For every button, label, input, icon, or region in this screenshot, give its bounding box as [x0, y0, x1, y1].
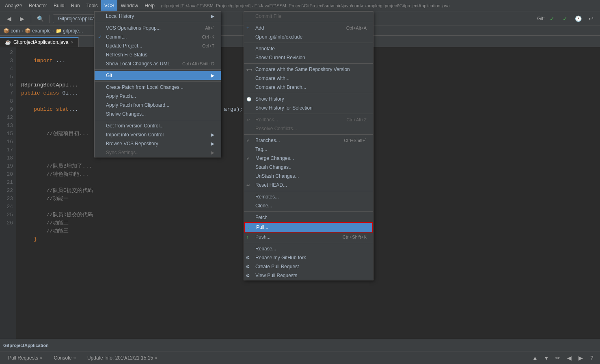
menu-item-shelve-changes[interactable]: Shelve Changes... — [95, 110, 221, 118]
menu-item-browse-vcs[interactable]: Browse VCS Repository ▶ — [95, 139, 221, 148]
nav-edit[interactable]: ✏ — [553, 353, 563, 363]
toolbar-search[interactable]: 🔍 — [35, 13, 46, 24]
git-item-resolve-conflicts[interactable]: Resolve Conflicts... — [244, 124, 373, 133]
menu-tools[interactable]: Tools — [83, 0, 101, 11]
git-item-unstash-changes[interactable]: UnStash Changes... — [244, 172, 373, 181]
git-item-compare-same-repo[interactable]: ⟺ Compare with the Same Repository Versi… — [244, 65, 373, 74]
git-item-rebase[interactable]: Rebase... — [244, 244, 373, 253]
git-sep7 — [244, 191, 373, 191]
bottom-tab-pull-requests[interactable]: Pull Requests × — [3, 353, 47, 362]
push-shortcut: Ctrl+Shift+K — [343, 235, 367, 239]
git-item-annotate[interactable]: Annotate — [244, 44, 373, 53]
toolbar-back[interactable]: ◀ — [3, 13, 15, 24]
menu-item-git[interactable]: Git ▶ — [95, 71, 221, 80]
git-item-push[interactable]: ↑ Push... Ctrl+Shift+K — [244, 233, 373, 241]
git-item-compare-with[interactable]: Compare with... — [244, 74, 373, 83]
breadcrumb-gitproj[interactable]: 📁 gitproje... — [56, 28, 83, 34]
menu-item-apply-patch[interactable]: Apply Patch... — [95, 92, 221, 101]
breadcrumb-example[interactable]: 📦 example — [25, 28, 51, 34]
nav-down[interactable]: ▼ — [542, 353, 551, 363]
vcs-sep3 — [95, 81, 221, 82]
stash-changes-label: Stash Changes... — [255, 164, 293, 170]
git-item-clone[interactable]: Clone... — [244, 201, 373, 210]
menu-analyze[interactable]: Analyze — [2, 0, 26, 11]
git-item-rollback[interactable]: ↩ Rollback... Ctrl+Alt+Z — [244, 115, 373, 124]
git-item-stash-changes[interactable]: Stash Changes... — [244, 163, 373, 172]
show-history-label: Show History — [255, 96, 284, 102]
menu-build[interactable]: Build — [50, 0, 68, 11]
sync-settings-arrow: ▶ — [211, 150, 214, 155]
git-item-add[interactable]: + Add Ctrl+Alt+A — [244, 24, 373, 32]
local-history-label: Local History — [106, 13, 134, 19]
nav-back[interactable]: ◀ — [564, 353, 574, 363]
menu-item-create-patch[interactable]: Create Patch from Local Changes... — [95, 83, 221, 92]
menu-item-apply-patch-clipboard[interactable]: Apply Patch from Clipboard... — [95, 101, 221, 110]
menu-run[interactable]: Run — [68, 0, 83, 11]
menu-window[interactable]: Window — [117, 0, 141, 11]
git-item-rebase-github-fork[interactable]: ⚙ Rebase my GitHub fork — [244, 253, 373, 262]
git-item-tag[interactable]: Tag... — [244, 145, 373, 154]
git-item-commit-file[interactable]: Commit File — [244, 12, 373, 21]
git-undo[interactable]: ↩ — [585, 13, 597, 24]
branches-label: Branches... — [255, 138, 280, 143]
compare-with-branch-label: Compare with Branch... — [255, 84, 306, 90]
nav-up[interactable]: ▲ — [530, 353, 540, 363]
pull-requests-label: Pull Requests — [8, 355, 38, 361]
tab-close[interactable]: × — [71, 40, 73, 45]
branches-shortcut: Ctrl+Shift+` — [344, 138, 367, 143]
git-item-pull[interactable]: ↓ Pull... — [244, 222, 373, 233]
git-push[interactable]: ✓ — [559, 13, 571, 24]
git-label: Git: — [537, 16, 545, 22]
git-item-open-exclude[interactable]: Open .git/info/exclude — [244, 32, 373, 41]
git-sep2 — [244, 43, 373, 43]
show-local-changes-label: Show Local Changes as UML — [106, 61, 170, 67]
menu-refactor[interactable]: Refactor — [26, 0, 50, 11]
tab-gitproject[interactable]: ☕ GitprojectApplication.java × — [0, 37, 79, 47]
update-info-label: Update Info: 2019/12/21 15:15 — [87, 355, 153, 361]
breadcrumb-com[interactable]: 📦 com — [3, 28, 20, 34]
apply-patch-label: Apply Patch... — [106, 93, 136, 99]
menu-item-update-project[interactable]: Update Project... Ctrl+T — [95, 41, 221, 50]
menu-item-import-into-vcs[interactable]: Import into Version Control ▶ — [95, 130, 221, 139]
menu-item-local-history[interactable]: Local History ▶ — [95, 12, 221, 21]
git-sep3 — [244, 63, 373, 64]
bottom-tab-update-info[interactable]: Update Info: 2019/12/21 15:15 × — [82, 353, 162, 362]
git-history[interactable]: 🕐 — [572, 13, 584, 24]
git-item-view-pull-requests[interactable]: ⚙ View Pull Requests — [244, 271, 373, 280]
show-current-revision-label: Show Current Revision — [255, 55, 305, 60]
git-item-create-pull-request[interactable]: ⚙ Create Pull Request — [244, 262, 373, 271]
git-item-show-history[interactable]: 🕐 Show History — [244, 95, 373, 103]
git-item-fetch[interactable]: Fetch — [244, 213, 373, 222]
add-shortcut: Ctrl+Alt+A — [346, 26, 367, 30]
bottom-tab-console[interactable]: Console × — [49, 353, 80, 362]
menu-item-sync-settings[interactable]: Sync Settings... ▶ — [95, 148, 221, 157]
git-item-merge-changes[interactable]: ⑂ Merge Changes... — [244, 154, 373, 163]
menu-item-get-from-vcs[interactable]: Get from Version Control... — [95, 121, 221, 130]
git-item-reset-head[interactable]: ↩ Reset HEAD... — [244, 181, 373, 190]
menu-item-show-local-changes[interactable]: Show Local Changes as UML Ctrl+Alt+Shift… — [95, 59, 221, 68]
menu-item-commit[interactable]: ✓ Commit... Ctrl+K — [95, 32, 221, 41]
console-close[interactable]: × — [73, 355, 76, 360]
pull-label: Pull... — [256, 224, 268, 230]
git-item-show-history-selection[interactable]: Show History for Selection — [244, 103, 373, 112]
compare-same-repo-label: Compare with the Same Repository Version — [255, 67, 350, 72]
git-item-show-current-revision[interactable]: Show Current Revision — [244, 53, 373, 62]
vcs-sep1 — [95, 22, 221, 22]
git-item-compare-with-branch[interactable]: Compare with Branch... — [244, 83, 373, 92]
refresh-file-status-label: Refresh File Status — [106, 52, 147, 58]
update-info-close[interactable]: × — [155, 355, 157, 360]
import-into-vcs-arrow: ▶ — [211, 132, 214, 138]
menu-item-vcs-operations[interactable]: VCS Operations Popup... Alt+` — [95, 24, 221, 32]
menu-help[interactable]: Help — [141, 0, 158, 11]
pull-requests-close[interactable]: × — [40, 355, 42, 360]
toolbar-forward[interactable]: ▶ — [16, 13, 28, 24]
git-update[interactable]: ✓ — [546, 13, 558, 24]
vcs-sep4 — [95, 120, 221, 120]
menu-item-refresh-file-status[interactable]: Refresh File Status — [95, 50, 221, 59]
toolbar-git-section: Git: ✓ ✓ 🕐 ↩ — [537, 13, 597, 24]
nav-forward[interactable]: ▶ — [576, 353, 585, 363]
nav-help[interactable]: ? — [587, 353, 597, 363]
git-item-remotes[interactable]: Remotes... — [244, 192, 373, 201]
menu-vcs[interactable]: VCS — [101, 0, 118, 11]
git-item-branches[interactable]: ⑂ Branches... Ctrl+Shift+` — [244, 136, 373, 145]
